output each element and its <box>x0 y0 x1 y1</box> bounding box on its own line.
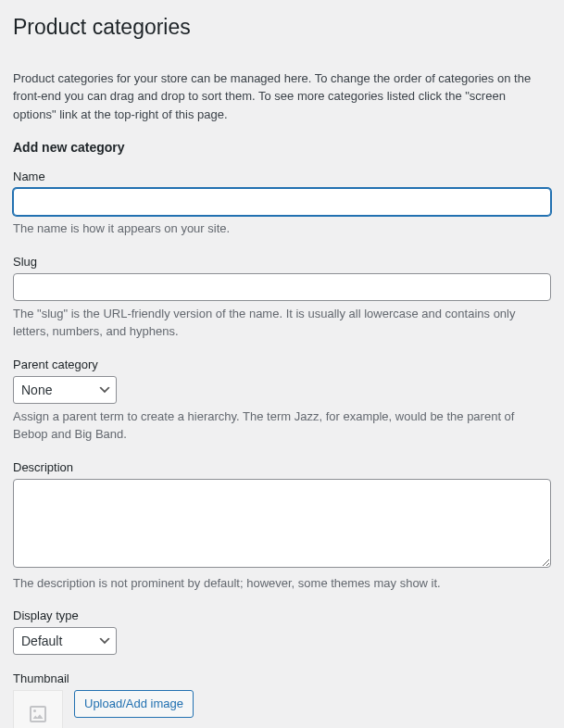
description-label: Description <box>13 460 551 474</box>
thumbnail-label: Thumbnail <box>13 672 551 685</box>
image-placeholder-icon <box>27 703 49 728</box>
name-help: The name is how it appears on your site. <box>13 220 551 238</box>
display-type-label: Display type <box>13 609 551 622</box>
form-heading: Add new category <box>13 140 551 155</box>
field-description: Description The description is not promi… <box>13 460 551 593</box>
name-input[interactable] <box>13 188 551 216</box>
field-parent: Parent category None Assign a parent ter… <box>13 358 551 444</box>
name-label: Name <box>13 169 551 183</box>
field-display-type: Display type Default <box>13 609 551 655</box>
display-type-select[interactable]: Default <box>13 627 117 655</box>
page-intro: Product categories for your store can be… <box>13 69 551 124</box>
field-name: Name The name is how it appears on your … <box>13 169 551 238</box>
slug-label: Slug <box>13 255 551 269</box>
slug-input[interactable] <box>13 273 551 301</box>
thumbnail-placeholder <box>13 690 63 728</box>
parent-label: Parent category <box>13 358 551 371</box>
page-title: Product categories <box>13 14 551 42</box>
field-slug: Slug The "slug" is the URL-friendly vers… <box>13 255 551 341</box>
slug-help: The "slug" is the URL-friendly version o… <box>13 305 551 341</box>
parent-select[interactable]: None <box>13 376 117 404</box>
svg-point-0 <box>33 709 36 712</box>
parent-help: Assign a parent term to create a hierarc… <box>13 408 551 444</box>
description-help: The description is not prominent by defa… <box>13 574 551 593</box>
description-textarea[interactable] <box>13 479 551 568</box>
upload-image-button[interactable]: Upload/Add image <box>74 690 194 718</box>
field-thumbnail: Thumbnail Upload/Add image <box>13 672 551 728</box>
